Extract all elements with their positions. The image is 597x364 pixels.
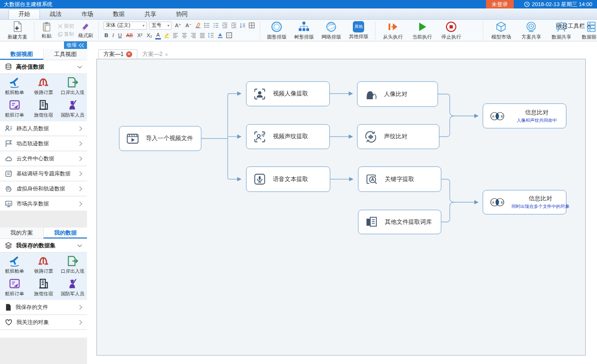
close-icon[interactable]: ✕	[126, 51, 132, 57]
tab-data-view[interactable]: 数据视图	[0, 49, 43, 60]
plan-share-button[interactable]: 方案共享	[516, 20, 546, 41]
node-keyword-extract[interactable]: 关键字提取	[358, 166, 441, 192]
other-layout-button[interactable]: 其他 其他排版	[345, 20, 372, 41]
my-saved-files[interactable]: 我保存的文件	[0, 300, 87, 315]
numbered-list-icon[interactable]	[213, 22, 219, 29]
database-icon	[5, 63, 12, 71]
dataset-military-personnel[interactable]: 国防军人员	[58, 277, 87, 297]
menu-tab-start[interactable]: 开始	[8, 9, 40, 19]
category-market-share-data[interactable]: 市场共享数据	[0, 197, 87, 212]
menu-tab-tactics[interactable]: 战法	[40, 9, 72, 19]
run-from-start-button[interactable]: 从头执行	[378, 20, 407, 41]
node-label: 导入一个视频文件	[146, 135, 193, 142]
close-icon[interactable]: ×	[165, 52, 167, 57]
superscript-button[interactable]: X²	[136, 32, 143, 39]
subscript-button[interactable]: X₂	[146, 32, 153, 39]
font-color-button[interactable]: A	[155, 32, 160, 40]
node-info-compare-2[interactable]: A B 信息比对 同时出现在多个文件中的对象	[483, 190, 566, 214]
paste-button[interactable]: 粘贴	[37, 21, 56, 40]
grow-font-button[interactable]: A⁺	[174, 22, 182, 29]
dataset-hotel-stay[interactable]: 旅馆住宿	[29, 99, 58, 119]
high-value-section-header[interactable]: 高价值数据	[0, 60, 87, 74]
menu-tab-collab[interactable]: 协同	[166, 9, 198, 19]
model-market-button[interactable]: 模型市场	[486, 20, 516, 41]
decrease-indent-icon[interactable]	[222, 22, 228, 29]
node-speech-text[interactable]: 语音文本提取	[246, 166, 330, 192]
node-voice-extract[interactable]: 视频声纹提取	[246, 124, 330, 149]
underline-button[interactable]: U	[117, 32, 123, 39]
stop-run-button[interactable]: 停止执行	[437, 20, 466, 41]
bullet-list-icon[interactable]	[204, 22, 210, 29]
dataset-label: 航班舱单	[5, 268, 24, 275]
my-followed-objects[interactable]: 我关注的对象	[0, 315, 87, 330]
dataset-military-personnel[interactable]: 国防军人员	[58, 99, 87, 119]
dataset-border-entry[interactable]: 口岸出入境	[58, 76, 87, 96]
node-voice-compare[interactable]: 声纹比对	[357, 124, 439, 149]
tree-layout-button[interactable]: 树形排版	[290, 20, 318, 41]
menu-tab-data[interactable]: 数据	[103, 9, 135, 19]
network-layout-button[interactable]: 网络排版	[318, 20, 345, 41]
dataset-flight-manifest[interactable]: 航班舱单	[0, 255, 29, 275]
line-spacing-icon[interactable]	[208, 32, 215, 39]
increase-indent-icon[interactable]	[231, 22, 237, 29]
menu-tab-share[interactable]: 共享	[135, 9, 166, 19]
sort-icon[interactable]	[239, 22, 246, 29]
tab-my-data[interactable]: 我的数据	[43, 228, 87, 238]
flow-canvas[interactable]: 导入一个视频文件 视频人像提取 人像比对	[96, 59, 586, 356]
toolbar-separator	[483, 22, 483, 40]
collapse-toolbar-button[interactable]: 收起工具栏	[557, 22, 591, 30]
align-left-icon[interactable]	[172, 32, 179, 39]
table-icon[interactable]	[248, 22, 255, 29]
tab-my-plans[interactable]: 我的方案	[0, 228, 43, 238]
run-current-button[interactable]: 当前执行	[407, 20, 437, 41]
dataset-border-entry[interactable]: 口岸出入境	[58, 255, 87, 275]
saved-datasets-header[interactable]: 我保存的数据集	[0, 239, 87, 253]
node-face-compare[interactable]: 人像比对	[357, 81, 438, 107]
shrink-font-button[interactable]: A⁻	[184, 22, 192, 29]
dataset-flight-order[interactable]: 航班订单	[0, 99, 29, 119]
tab-tool-view[interactable]: 工具视图	[43, 49, 87, 60]
node-info-compare-1[interactable]: A B 信息比对 人像和声纹共同命中	[483, 103, 566, 128]
dataset-railway-ticket[interactable]: 铁路订票	[29, 76, 58, 96]
font-size-select[interactable]: 五号▾	[149, 22, 172, 30]
border-entry-icon	[66, 76, 79, 88]
node-other-files[interactable]: 其他文件提取词库	[358, 210, 441, 234]
sidebar-collapse-row: 收缩	[0, 41, 87, 49]
new-plan-button[interactable]: 新建方案	[4, 20, 31, 41]
format-painter-button[interactable]: 格式刷	[76, 21, 96, 40]
category-survey-library[interactable]: 基础调研与专题库数据	[0, 166, 87, 182]
clear-format-icon[interactable]	[195, 22, 201, 29]
circle-layout-button[interactable]: 圆形排版	[263, 20, 290, 41]
category-label: 虚拟身份和轨迹数据	[16, 185, 75, 192]
dataset-railway-ticket[interactable]: 铁路订票	[29, 255, 58, 275]
menu-tab-market[interactable]: 市场	[72, 9, 103, 19]
copy-button[interactable]: 复制	[58, 31, 74, 38]
shading-icon[interactable]	[217, 32, 223, 39]
strikethrough-button[interactable]: AB	[125, 32, 134, 39]
plan-tab-1[interactable]: 方案—1 ✕	[98, 49, 137, 59]
font-name-select[interactable]: 宋体 (正文)▾	[103, 22, 147, 30]
dataset-hotel-stay[interactable]: 旅馆住宿	[29, 277, 58, 297]
italic-button[interactable]: I	[111, 32, 115, 39]
node-import-video[interactable]: 导入一个视频文件	[119, 126, 201, 151]
align-right-icon[interactable]	[190, 32, 197, 39]
node-face-extract[interactable]: 视频人像提取	[246, 81, 330, 106]
category-cloud-files[interactable]: 云文件中心数据	[0, 151, 87, 166]
category-dynamic-track[interactable]: 动态轨迹数据	[0, 136, 87, 151]
run-current-icon	[416, 21, 428, 33]
highlight-icon[interactable]	[163, 32, 170, 39]
dataset-flight-order[interactable]: 航班订单	[0, 277, 29, 297]
plan-tab-2[interactable]: 方案—2 ×	[137, 49, 173, 59]
login-status-badge[interactable]: 未登录	[486, 0, 514, 8]
node-sublabel: 人像和声纹共同命中	[517, 118, 557, 124]
cut-button[interactable]: 剪切	[58, 23, 74, 30]
sidebar-collapse-button[interactable]: 收缩	[64, 41, 87, 49]
hotel-icon	[37, 277, 49, 290]
align-center-icon[interactable]	[181, 32, 188, 39]
bold-button[interactable]: B	[103, 32, 109, 39]
category-static-person[interactable]: 静态人员数据	[0, 121, 87, 136]
align-justify-icon[interactable]	[199, 32, 206, 39]
category-virtual-identity[interactable]: 虚拟身份和轨迹数据	[0, 182, 87, 197]
borders-icon[interactable]	[226, 32, 232, 39]
dataset-flight-manifest[interactable]: 航班舱单	[0, 76, 29, 96]
